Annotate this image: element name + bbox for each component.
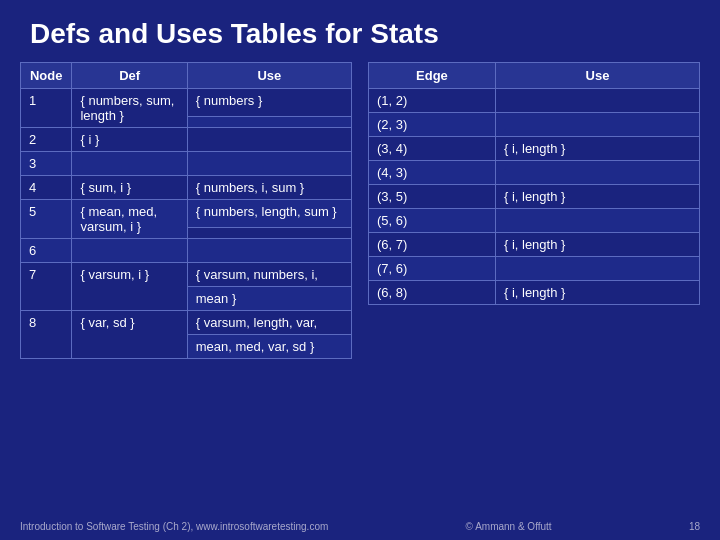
def-cell — [72, 152, 187, 176]
table-row: 7 { varsum, i } { varsum, numbers, i, — [21, 263, 352, 287]
table-row: 1 { numbers, sum,length } { numbers } — [21, 89, 352, 117]
left-header-use: Use — [187, 63, 351, 89]
def-cell: { mean, med,varsum, i } — [72, 200, 187, 239]
use-cell: { i, length } — [495, 185, 699, 209]
def-cell — [72, 239, 187, 263]
node-cell: 7 — [21, 263, 72, 311]
left-header-def: Def — [72, 63, 187, 89]
use-cell — [187, 152, 351, 176]
edge-cell: (5, 6) — [369, 209, 496, 233]
use-cell — [187, 228, 351, 239]
table-row: (5, 6) — [369, 209, 700, 233]
page-title: Defs and Uses Tables for Stats — [0, 0, 720, 62]
node-cell: 6 — [21, 239, 72, 263]
node-cell: 4 — [21, 176, 72, 200]
footer-center: © Ammann & Offutt — [466, 521, 552, 532]
use-cell: { numbers } — [187, 89, 351, 117]
use-cell: { varsum, numbers, i, — [187, 263, 351, 287]
left-table-wrap: Node Def Use 1 { numbers, sum,length } {… — [20, 62, 352, 359]
use-cell: mean } — [187, 287, 351, 311]
edge-cell: (2, 3) — [369, 113, 496, 137]
edge-cell: (4, 3) — [369, 161, 496, 185]
use-cell: { varsum, length, var, — [187, 311, 351, 335]
use-cell: { numbers, i, sum } — [187, 176, 351, 200]
edge-cell: (6, 7) — [369, 233, 496, 257]
table-row: 5 { mean, med,varsum, i } { numbers, len… — [21, 200, 352, 228]
use-cell: { i, length } — [495, 233, 699, 257]
node-cell: 5 — [21, 200, 72, 239]
table-row: (3, 5) { i, length } — [369, 185, 700, 209]
def-cell: { varsum, i } — [72, 263, 187, 311]
use-cell — [495, 89, 699, 113]
use-cell: mean, med, var, sd } — [187, 335, 351, 359]
edge-cell: (6, 8) — [369, 281, 496, 305]
right-header-use: Use — [495, 63, 699, 89]
edge-cell: (3, 5) — [369, 185, 496, 209]
use-cell: { i, length } — [495, 281, 699, 305]
use-cell — [495, 257, 699, 281]
table-row: (7, 6) — [369, 257, 700, 281]
table-row: (3, 4) { i, length } — [369, 137, 700, 161]
def-cell: { sum, i } — [72, 176, 187, 200]
table-row: (6, 8) { i, length } — [369, 281, 700, 305]
table-row: (4, 3) — [369, 161, 700, 185]
use-cell: { i, length } — [495, 137, 699, 161]
footer: Introduction to Software Testing (Ch 2),… — [20, 521, 700, 532]
left-header-node: Node — [21, 63, 72, 89]
use-cell — [187, 239, 351, 263]
node-cell: 3 — [21, 152, 72, 176]
content-area: Node Def Use 1 { numbers, sum,length } {… — [0, 62, 720, 359]
right-table: Edge Use (1, 2) (2, 3) (3, 4) { i, lengt… — [368, 62, 700, 305]
use-cell — [495, 161, 699, 185]
use-cell: { numbers, length, sum } — [187, 200, 351, 228]
table-row: 4 { sum, i } { numbers, i, sum } — [21, 176, 352, 200]
table-row: (1, 2) — [369, 89, 700, 113]
use-cell — [495, 209, 699, 233]
def-cell: { var, sd } — [72, 311, 187, 359]
edge-cell: (3, 4) — [369, 137, 496, 161]
right-table-wrap: Edge Use (1, 2) (2, 3) (3, 4) { i, lengt… — [368, 62, 700, 359]
use-cell — [187, 128, 351, 152]
table-row: (6, 7) { i, length } — [369, 233, 700, 257]
use-cell — [495, 113, 699, 137]
edge-cell: (7, 6) — [369, 257, 496, 281]
footer-right: 18 — [689, 521, 700, 532]
table-row: 3 — [21, 152, 352, 176]
table-row: 6 — [21, 239, 352, 263]
table-row: 2 { i } — [21, 128, 352, 152]
node-cell: 1 — [21, 89, 72, 128]
use-cell — [187, 117, 351, 128]
right-header-edge: Edge — [369, 63, 496, 89]
left-table: Node Def Use 1 { numbers, sum,length } {… — [20, 62, 352, 359]
edge-cell: (1, 2) — [369, 89, 496, 113]
node-cell: 8 — [21, 311, 72, 359]
table-row: (2, 3) — [369, 113, 700, 137]
node-cell: 2 — [21, 128, 72, 152]
def-cell: { i } — [72, 128, 187, 152]
def-cell: { numbers, sum,length } — [72, 89, 187, 128]
footer-left: Introduction to Software Testing (Ch 2),… — [20, 521, 328, 532]
table-row: 8 { var, sd } { varsum, length, var, — [21, 311, 352, 335]
